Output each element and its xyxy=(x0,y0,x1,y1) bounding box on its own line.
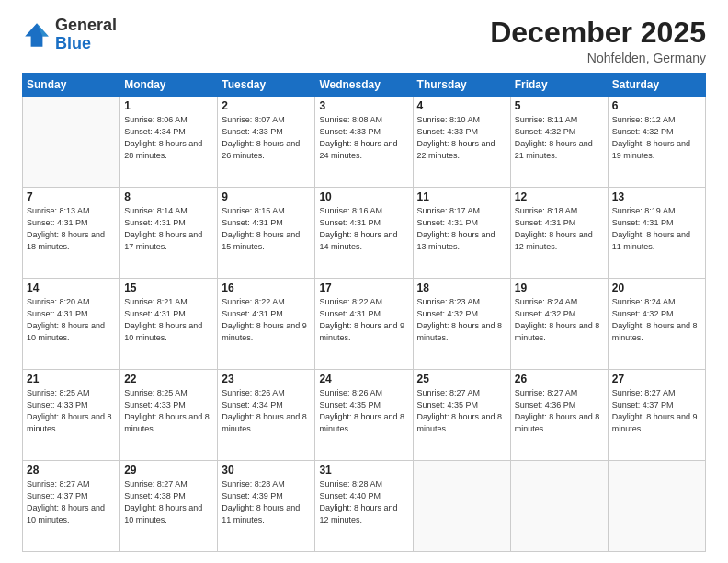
week-row-1: 7Sunrise: 8:13 AM Sunset: 4:31 PM Daylig… xyxy=(23,188,706,279)
day-info: Sunrise: 8:27 AM Sunset: 4:36 PM Dayligh… xyxy=(515,387,604,435)
day-number: 23 xyxy=(222,373,311,385)
day-cell: 7Sunrise: 8:13 AM Sunset: 4:31 PM Daylig… xyxy=(23,188,120,279)
col-header-saturday: Saturday xyxy=(608,74,705,97)
col-header-sunday: Sunday xyxy=(23,74,120,97)
day-info: Sunrise: 8:25 AM Sunset: 4:33 PM Dayligh… xyxy=(124,387,213,435)
day-info: Sunrise: 8:19 AM Sunset: 4:31 PM Dayligh… xyxy=(612,205,701,253)
day-info: Sunrise: 8:26 AM Sunset: 4:35 PM Dayligh… xyxy=(319,387,408,435)
day-cell: 13Sunrise: 8:19 AM Sunset: 4:31 PM Dayli… xyxy=(608,188,705,279)
day-number: 14 xyxy=(27,282,116,294)
day-cell: 10Sunrise: 8:16 AM Sunset: 4:31 PM Dayli… xyxy=(315,188,413,279)
day-info: Sunrise: 8:20 AM Sunset: 4:31 PM Dayligh… xyxy=(27,296,116,344)
day-number: 24 xyxy=(319,373,408,385)
day-cell: 25Sunrise: 8:27 AM Sunset: 4:35 PM Dayli… xyxy=(413,370,510,461)
logo-text: General Blue xyxy=(55,17,117,53)
day-cell: 15Sunrise: 8:21 AM Sunset: 4:31 PM Dayli… xyxy=(120,279,218,370)
day-cell: 2Sunrise: 8:07 AM Sunset: 4:33 PM Daylig… xyxy=(218,97,315,188)
day-info: Sunrise: 8:06 AM Sunset: 4:34 PM Dayligh… xyxy=(124,114,213,162)
day-number: 15 xyxy=(124,282,213,294)
day-cell xyxy=(510,461,608,552)
calendar-header: SundayMondayTuesdayWednesdayThursdayFrid… xyxy=(23,74,706,97)
day-cell xyxy=(413,461,510,552)
day-number: 1 xyxy=(124,99,213,112)
day-info: Sunrise: 8:13 AM Sunset: 4:31 PM Dayligh… xyxy=(27,205,116,253)
day-number: 25 xyxy=(417,373,506,385)
day-number: 10 xyxy=(319,190,408,203)
day-cell: 24Sunrise: 8:26 AM Sunset: 4:35 PM Dayli… xyxy=(315,370,413,461)
day-info: Sunrise: 8:24 AM Sunset: 4:32 PM Dayligh… xyxy=(612,296,701,344)
day-info: Sunrise: 8:12 AM Sunset: 4:32 PM Dayligh… xyxy=(612,114,701,162)
day-info: Sunrise: 8:15 AM Sunset: 4:31 PM Dayligh… xyxy=(222,205,311,253)
day-number: 27 xyxy=(612,373,701,385)
day-number: 3 xyxy=(319,99,408,112)
day-cell: 17Sunrise: 8:22 AM Sunset: 4:31 PM Dayli… xyxy=(315,279,413,370)
day-number: 9 xyxy=(222,190,311,203)
week-row-3: 21Sunrise: 8:25 AM Sunset: 4:33 PM Dayli… xyxy=(23,370,706,461)
day-number: 16 xyxy=(222,282,311,294)
day-cell: 20Sunrise: 8:24 AM Sunset: 4:32 PM Dayli… xyxy=(608,279,705,370)
day-number: 29 xyxy=(124,464,213,477)
day-cell: 4Sunrise: 8:10 AM Sunset: 4:33 PM Daylig… xyxy=(413,97,510,188)
day-info: Sunrise: 8:26 AM Sunset: 4:34 PM Dayligh… xyxy=(222,387,311,435)
day-info: Sunrise: 8:10 AM Sunset: 4:33 PM Dayligh… xyxy=(417,114,506,162)
day-cell: 6Sunrise: 8:12 AM Sunset: 4:32 PM Daylig… xyxy=(608,97,705,188)
day-cell: 14Sunrise: 8:20 AM Sunset: 4:31 PM Dayli… xyxy=(23,279,120,370)
day-info: Sunrise: 8:22 AM Sunset: 4:31 PM Dayligh… xyxy=(319,296,408,344)
logo-blue-text: Blue xyxy=(55,34,91,52)
day-cell: 27Sunrise: 8:27 AM Sunset: 4:37 PM Dayli… xyxy=(608,370,705,461)
day-info: Sunrise: 8:07 AM Sunset: 4:33 PM Dayligh… xyxy=(222,114,311,162)
day-cell: 22Sunrise: 8:25 AM Sunset: 4:33 PM Dayli… xyxy=(120,370,218,461)
day-info: Sunrise: 8:17 AM Sunset: 4:31 PM Dayligh… xyxy=(417,205,506,253)
week-row-2: 14Sunrise: 8:20 AM Sunset: 4:31 PM Dayli… xyxy=(23,279,706,370)
day-number: 2 xyxy=(222,99,311,112)
day-cell: 21Sunrise: 8:25 AM Sunset: 4:33 PM Dayli… xyxy=(23,370,120,461)
day-info: Sunrise: 8:28 AM Sunset: 4:40 PM Dayligh… xyxy=(319,478,408,526)
day-info: Sunrise: 8:24 AM Sunset: 4:32 PM Dayligh… xyxy=(515,296,604,344)
day-info: Sunrise: 8:27 AM Sunset: 4:37 PM Dayligh… xyxy=(27,478,116,526)
day-number: 11 xyxy=(417,190,506,203)
col-header-thursday: Thursday xyxy=(413,74,510,97)
day-number: 19 xyxy=(515,282,604,294)
day-number: 6 xyxy=(612,99,701,112)
day-cell xyxy=(608,461,705,552)
day-number: 7 xyxy=(27,190,116,203)
day-cell: 9Sunrise: 8:15 AM Sunset: 4:31 PM Daylig… xyxy=(218,188,315,279)
day-info: Sunrise: 8:28 AM Sunset: 4:39 PM Dayligh… xyxy=(222,478,311,526)
day-number: 4 xyxy=(417,99,506,112)
header: General Blue December 2025 Nohfelden, Ge… xyxy=(22,17,706,65)
day-cell: 31Sunrise: 8:28 AM Sunset: 4:40 PM Dayli… xyxy=(315,461,413,552)
logo: General Blue xyxy=(22,17,117,53)
col-header-tuesday: Tuesday xyxy=(218,74,315,97)
day-cell xyxy=(23,97,120,188)
day-number: 8 xyxy=(124,190,213,203)
day-number: 12 xyxy=(515,190,604,203)
col-header-friday: Friday xyxy=(510,74,608,97)
day-info: Sunrise: 8:25 AM Sunset: 4:33 PM Dayligh… xyxy=(27,387,116,435)
day-cell: 28Sunrise: 8:27 AM Sunset: 4:37 PM Dayli… xyxy=(23,461,120,552)
day-number: 13 xyxy=(612,190,701,203)
day-info: Sunrise: 8:11 AM Sunset: 4:32 PM Dayligh… xyxy=(515,114,604,162)
day-info: Sunrise: 8:21 AM Sunset: 4:31 PM Dayligh… xyxy=(124,296,213,344)
day-cell: 16Sunrise: 8:22 AM Sunset: 4:31 PM Dayli… xyxy=(218,279,315,370)
day-info: Sunrise: 8:14 AM Sunset: 4:31 PM Dayligh… xyxy=(124,205,213,253)
day-info: Sunrise: 8:27 AM Sunset: 4:38 PM Dayligh… xyxy=(124,478,213,526)
day-info: Sunrise: 8:23 AM Sunset: 4:32 PM Dayligh… xyxy=(417,296,506,344)
week-row-4: 28Sunrise: 8:27 AM Sunset: 4:37 PM Dayli… xyxy=(23,461,706,552)
day-cell: 26Sunrise: 8:27 AM Sunset: 4:36 PM Dayli… xyxy=(510,370,608,461)
day-number: 17 xyxy=(319,282,408,294)
day-number: 5 xyxy=(515,99,604,112)
day-number: 21 xyxy=(27,373,116,385)
day-cell: 5Sunrise: 8:11 AM Sunset: 4:32 PM Daylig… xyxy=(510,97,608,188)
day-cell: 1Sunrise: 8:06 AM Sunset: 4:34 PM Daylig… xyxy=(120,97,218,188)
calendar: SundayMondayTuesdayWednesdayThursdayFrid… xyxy=(22,73,706,552)
day-cell: 18Sunrise: 8:23 AM Sunset: 4:32 PM Dayli… xyxy=(413,279,510,370)
day-number: 31 xyxy=(319,464,408,477)
day-number: 20 xyxy=(612,282,701,294)
header-row: SundayMondayTuesdayWednesdayThursdayFrid… xyxy=(23,74,706,97)
logo-icon xyxy=(22,20,51,50)
day-number: 30 xyxy=(222,464,311,477)
day-info: Sunrise: 8:22 AM Sunset: 4:31 PM Dayligh… xyxy=(222,296,311,344)
day-info: Sunrise: 8:16 AM Sunset: 4:31 PM Dayligh… xyxy=(319,205,408,253)
day-cell: 29Sunrise: 8:27 AM Sunset: 4:38 PM Dayli… xyxy=(120,461,218,552)
day-number: 22 xyxy=(124,373,213,385)
